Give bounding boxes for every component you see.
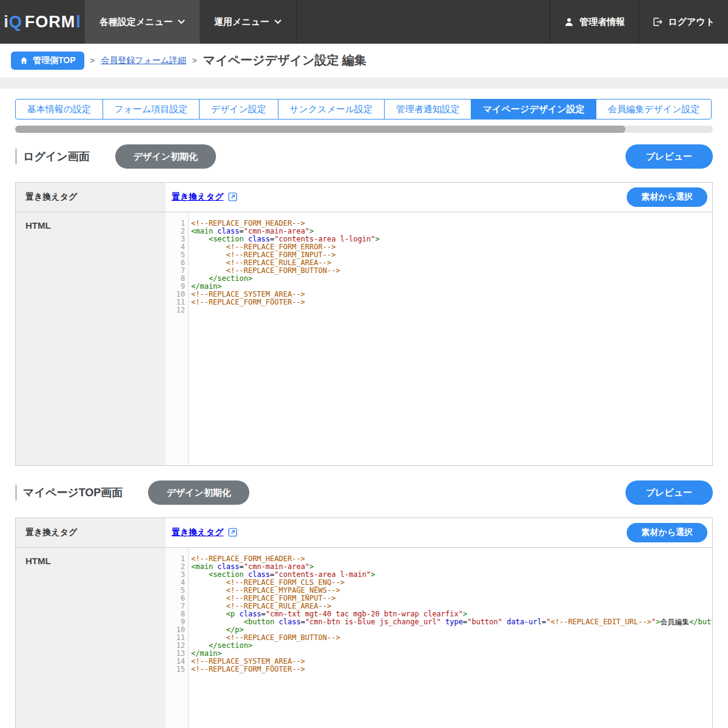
html-code-editor[interactable]: <!--REPLACE_FORM_HEADER--><main class="c… — [189, 212, 712, 465]
table-row-replace-tag: 置き換えタグ 置き換えタグ 素材から選択 — [16, 183, 712, 212]
section-title-bar — [15, 149, 17, 164]
replace-tag-link[interactable]: 置き換えタグ — [172, 527, 223, 538]
design-reset-button[interactable]: デザイン初期化 — [115, 144, 216, 169]
user-icon — [564, 16, 575, 27]
separator-band — [0, 77, 728, 89]
section-title-bar — [15, 485, 17, 500]
design-reset-button[interactable]: デザイン初期化 — [148, 480, 249, 505]
html-editor: 123456789101112 <!--REPLACE_FORM_HEADER-… — [166, 212, 712, 465]
tab-5[interactable]: マイページデザイン設定 — [471, 99, 596, 120]
external-link-icon[interactable] — [228, 527, 238, 538]
breadcrumb-home-label: 管理側TOP — [33, 55, 76, 66]
html-editor: 123456789101112131415 <!--REPLACE_FORM_H… — [166, 548, 712, 728]
tabs-scrollbar-thumb[interactable] — [15, 126, 625, 133]
section-login-screen: ログイン画面 デザイン初期化 プレビュー 置き換えタグ 置き換えタグ 素材から選… — [15, 144, 713, 466]
breadcrumb-link-form-detail[interactable]: 会員登録フォーム詳細 — [101, 55, 186, 66]
chevron-down-icon — [274, 19, 281, 24]
editor-line-numbers: 123456789101112 — [166, 212, 189, 465]
row-value-cell: 置き換えタグ 素材から選択 — [166, 183, 712, 211]
external-link-icon[interactable] — [228, 192, 238, 202]
section-title: ログイン画面 — [23, 149, 90, 164]
section-header: マイページTOP画面 デザイン初期化 プレビュー — [15, 480, 713, 505]
top-header: iQFORMl 各種設定メニュー 運用メニュー 管理者情報 ログアウト — [0, 0, 728, 44]
home-icon — [19, 56, 29, 65]
tab-0[interactable]: 基本情報の設定 — [15, 99, 103, 120]
tab-6[interactable]: 会員編集デザイン設定 — [596, 99, 712, 120]
table-row-replace-tag: 置き換えタグ 置き換えタグ 素材から選択 — [16, 518, 712, 548]
row-label: 置き換えタグ — [16, 183, 166, 212]
breadcrumb-home-button[interactable]: 管理側TOP — [11, 52, 84, 70]
table-row-html: HTML 123456789101112 <!--REPLACE_FORM_HE… — [16, 212, 712, 465]
page: iQFORMl 各種設定メニュー 運用メニュー 管理者情報 ログアウト — [0, 0, 728, 728]
section-title: マイページTOP画面 — [23, 485, 123, 500]
preview-button[interactable]: プレビュー — [625, 144, 713, 169]
menu-operation[interactable]: 運用メニュー — [200, 0, 297, 44]
menu-settings[interactable]: 各種設定メニュー — [85, 0, 200, 44]
top-right-actions: 管理者情報 ログアウト — [550, 0, 728, 44]
table-row-html: HTML 123456789101112131415 <!--REPLACE_F… — [16, 548, 712, 728]
section-header: ログイン画面 デザイン初期化 プレビュー — [15, 144, 713, 169]
breadcrumb: 管理側TOP > 会員登録フォーム詳細 > マイページデザイン設定 編集 — [0, 44, 728, 77]
breadcrumb-separator: > — [90, 56, 95, 65]
row-label: 置き換えタグ — [16, 518, 166, 547]
menu-operation-label: 運用メニュー — [214, 16, 269, 28]
design-settings-table: 置き換えタグ 置き換えタグ 素材から選択 HTML 12345678910111… — [15, 517, 713, 728]
replace-tag-link[interactable]: 置き換えタグ — [172, 192, 223, 203]
logo-text: i — [4, 13, 9, 32]
tab-4[interactable]: 管理者通知設定 — [384, 99, 471, 120]
breadcrumb-separator: > — [192, 56, 197, 65]
menu-settings-label: 各種設定メニュー — [99, 16, 173, 28]
top-menu: 各種設定メニュー 運用メニュー — [85, 0, 297, 44]
row-value-cell: 置き換えタグ 素材から選択 — [166, 518, 712, 547]
preview-button[interactable]: プレビュー — [625, 480, 713, 505]
editor-line-numbers: 123456789101112131415 — [166, 548, 189, 728]
row-label: HTML — [16, 548, 166, 728]
app-logo: iQFORMl — [0, 0, 85, 44]
admin-info-button[interactable]: 管理者情報 — [550, 0, 638, 44]
tab-3[interactable]: サンクスメール設定 — [278, 99, 385, 120]
tabs-scrollbar-track[interactable] — [15, 126, 713, 133]
logout-icon — [652, 16, 663, 27]
page-title: マイページデザイン設定 編集 — [203, 52, 366, 69]
chevron-down-icon — [178, 19, 185, 24]
select-material-button[interactable]: 素材から選択 — [627, 187, 707, 207]
design-settings-table: 置き換えタグ 置き換えタグ 素材から選択 HTML 12345678910111… — [15, 182, 713, 466]
main-content: 基本情報の設定フォーム項目設定デザイン設定サンクスメール設定管理者通知設定マイペ… — [0, 99, 728, 728]
tab-1[interactable]: フォーム項目設定 — [103, 99, 200, 120]
row-label: HTML — [16, 212, 166, 465]
select-material-button[interactable]: 素材から選択 — [627, 523, 707, 542]
html-code-editor[interactable]: <!--REPLACE_FORM_HEADER--><main class="c… — [189, 548, 712, 728]
logout-button[interactable]: ログアウト — [638, 0, 728, 44]
logout-label: ログアウト — [668, 16, 715, 28]
section-mypage-top-screen: マイページTOP画面 デザイン初期化 プレビュー 置き換えタグ 置き換えタグ 素… — [15, 480, 713, 728]
tab-bar: 基本情報の設定フォーム項目設定デザイン設定サンクスメール設定管理者通知設定マイペ… — [15, 99, 712, 120]
tab-2[interactable]: デザイン設定 — [199, 99, 278, 120]
admin-info-label: 管理者情報 — [579, 16, 625, 28]
